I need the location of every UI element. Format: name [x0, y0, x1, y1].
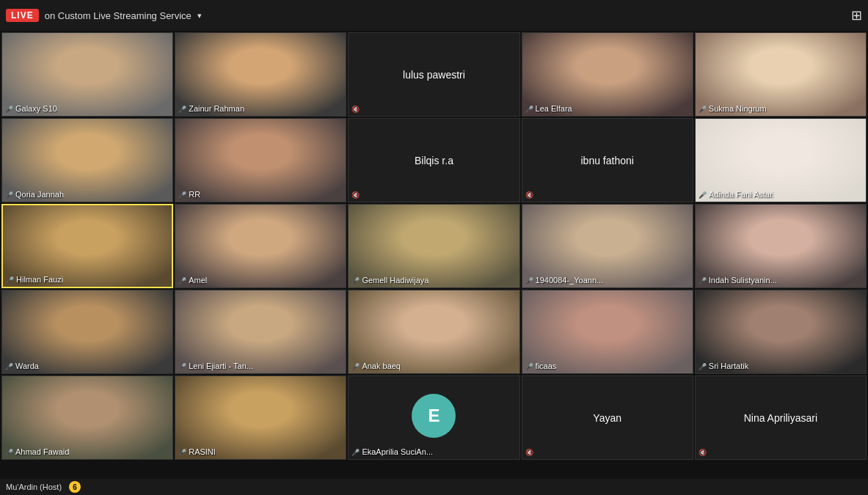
- mic-off-icon-25: 🔇: [699, 449, 707, 456]
- video-cell-2: 🎤Zainur Rahman: [175, 32, 346, 117]
- participant-name-16: Warda: [15, 362, 39, 370]
- avatar-23: E: [412, 394, 456, 438]
- video-cell-17: 🎤Leni Ejiarti - Tan...: [175, 290, 346, 374]
- participant-name-2: Zainur Rahman: [189, 104, 244, 113]
- live-badge: LIVE: [6, 9, 39, 22]
- mic-off-icon-3: 🔇: [351, 106, 360, 113]
- participant-nameonly-24: Yayan: [593, 412, 621, 424]
- participant-name-18: Anak baeq: [362, 362, 401, 370]
- video-cell-1: 🎤Galaxy S10: [1, 32, 173, 117]
- video-cell-5: 🎤Sukma Ningrum: [695, 32, 867, 117]
- participant-name-19: ficaas: [536, 362, 557, 370]
- mic-icon-22: 🎤: [178, 449, 186, 456]
- mic-icon-18: 🎤: [351, 363, 360, 370]
- bottom-bar: Mu'Ardin (Host) 6: [0, 479, 868, 495]
- participant-name-14: 1940084-_Yoann...: [536, 276, 604, 285]
- video-cell-7: 🎤RR: [175, 118, 346, 202]
- video-cell-23: E🎤EkaAprilia SuciAn...: [348, 375, 519, 460]
- video-cell-13: 🎤Gemell Hadiwijaya: [348, 204, 519, 288]
- mic-icon-5: 🎤: [699, 106, 707, 113]
- video-grid: 🎤Galaxy S10🎤Zainur Rahman🔇lulus pawestri…: [0, 31, 868, 495]
- mic-icon-6: 🎤: [5, 191, 13, 199]
- participant-name-7: RR: [189, 190, 200, 199]
- video-cell-14: 🎤1940084-_Yoann...: [522, 204, 693, 288]
- participant-nameonly-25: Nina Apriliyasari: [744, 412, 817, 424]
- participant-name-20: Sri Hartatik: [709, 362, 748, 370]
- top-bar: LIVE on Custom Live Streaming Service ▾ …: [0, 0, 868, 31]
- video-cell-10: 🎤Adinda Fani Astari: [695, 118, 867, 202]
- participant-name-21: Ahmad Fawaid: [15, 447, 69, 456]
- video-cell-20: 🎤Sri Hartatik: [695, 290, 867, 374]
- video-cell-24: 🔇Yayan: [522, 375, 693, 460]
- mic-off-icon-24: 🔇: [525, 449, 533, 456]
- video-cell-8: 🔇Bilqis r.a: [348, 118, 519, 202]
- participant-name-1: Galaxy S10: [15, 104, 57, 113]
- participant-nameonly-9: ibnu fathoni: [580, 155, 633, 166]
- mic-icon-7: 🎤: [178, 191, 186, 199]
- participant-name-10: Adinda Fani Astari: [709, 190, 774, 199]
- video-cell-18: 🎤Anak baeq: [348, 290, 519, 374]
- stream-dropdown[interactable]: ▾: [197, 11, 202, 21]
- participant-name-5: Sukma Ningrum: [709, 104, 767, 113]
- mic-icon-20: 🎤: [699, 363, 707, 370]
- video-cell-3: 🔇lulus pawestri: [348, 32, 519, 117]
- participant-name-12: Amel: [189, 276, 207, 285]
- participant-name-23: EkaAprilia SuciAn...: [362, 447, 433, 456]
- participant-name-15: Indah Sulistyanin...: [709, 276, 777, 285]
- video-cell-25: 🔇Nina Apriliyasari: [695, 375, 867, 460]
- video-cell-11: 🎤Hilman Fauzi: [1, 204, 173, 288]
- mic-icon-15: 🎤: [699, 277, 707, 285]
- participant-name-4: Lea Elfara: [536, 104, 572, 113]
- participant-name-17: Leni Ejiarti - Tan...: [189, 362, 253, 370]
- mic-icon-2: 🎤: [178, 106, 186, 113]
- mic-icon-11: 🎤: [6, 276, 14, 284]
- video-cell-16: 🎤Warda: [1, 290, 173, 374]
- mic-icon-17: 🎤: [178, 363, 186, 370]
- participant-name-13: Gemell Hadiwijaya: [362, 276, 428, 285]
- video-cell-6: 🎤Qoria Jannah: [1, 118, 173, 202]
- mic-icon-10: 🎤: [699, 191, 707, 199]
- mic-icon-23: 🎤: [351, 449, 360, 456]
- participant-name-6: Qoria Jannah: [15, 190, 64, 199]
- video-cell-21: 🎤Ahmad Fawaid: [1, 375, 173, 460]
- video-cell-15: 🎤Indah Sulistyanin...: [695, 204, 867, 288]
- mic-icon-12: 🎤: [178, 277, 186, 285]
- participant-name-11: Hilman Fauzi: [16, 275, 63, 284]
- mic-icon-21: 🎤: [5, 449, 13, 456]
- participant-nameonly-8: Bilqis r.a: [415, 155, 453, 166]
- participant-name-22: RASINI: [189, 447, 216, 456]
- mic-icon-14: 🎤: [525, 277, 533, 285]
- mic-off-icon-9: 🔇: [525, 191, 533, 199]
- mic-icon-13: 🎤: [351, 277, 360, 285]
- notification-badge[interactable]: 6: [69, 481, 81, 493]
- mic-icon-1: 🎤: [5, 106, 13, 113]
- video-cell-4: 🎤Lea Elfara: [522, 32, 693, 117]
- mic-icon-4: 🎤: [525, 106, 533, 113]
- mic-off-icon-8: 🔇: [351, 191, 360, 199]
- mic-icon-19: 🎤: [525, 363, 533, 370]
- video-cell-9: 🔇ibnu fathoni: [522, 118, 693, 202]
- participant-nameonly-3: lulus pawestri: [403, 69, 465, 81]
- host-name: Mu'Ardin (Host): [6, 483, 62, 491]
- video-cell-12: 🎤Amel: [175, 204, 346, 288]
- video-cell-19: 🎤ficaas: [522, 290, 693, 374]
- video-cell-22: 🎤RASINI: [175, 375, 346, 460]
- stream-label: on Custom Live Streaming Service: [45, 10, 192, 21]
- mic-icon-16: 🎤: [5, 363, 13, 370]
- grid-view-icon[interactable]: ⊞: [851, 7, 862, 23]
